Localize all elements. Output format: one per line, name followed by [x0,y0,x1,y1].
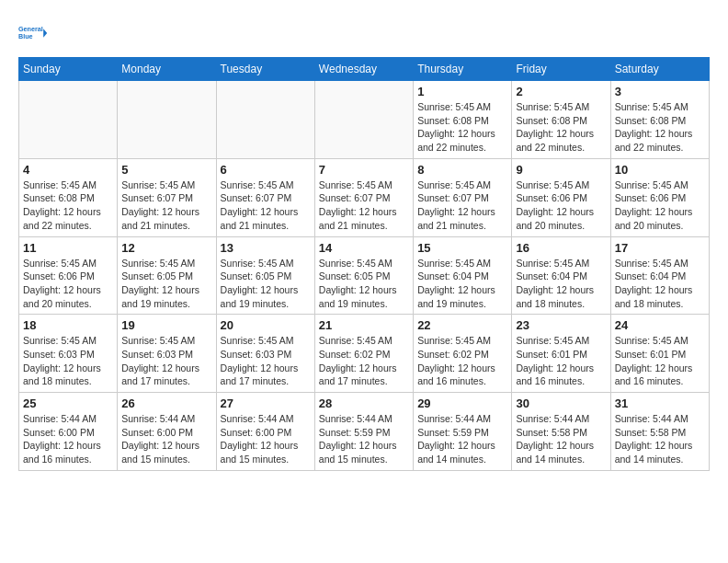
day-number: 27 [221,396,311,410]
day-info: Sunrise: 5:44 AMSunset: 5:59 PMDaylight:… [417,412,507,466]
calendar-day-cell: 14Sunrise: 5:45 AMSunset: 6:05 PMDayligh… [314,236,413,315]
day-info: Sunrise: 5:45 AMSunset: 6:03 PMDaylight:… [221,334,311,388]
calendar-day-cell: 9Sunrise: 5:45 AMSunset: 6:06 PMDaylight… [512,158,610,236]
day-info: Sunrise: 5:45 AMSunset: 6:05 PMDaylight:… [319,257,409,311]
calendar-day-cell: 11Sunrise: 5:45 AMSunset: 6:06 PMDayligh… [19,236,118,315]
day-number: 4 [23,163,113,177]
logo-icon: GeneralBlue [18,18,48,48]
calendar-day-cell: 1Sunrise: 5:45 AMSunset: 6:08 PMDaylight… [414,81,512,159]
day-info: Sunrise: 5:44 AMSunset: 5:59 PMDaylight:… [319,412,409,466]
calendar-day-cell: 10Sunrise: 5:45 AMSunset: 6:06 PMDayligh… [610,158,709,236]
calendar-day-cell: 17Sunrise: 5:45 AMSunset: 6:04 PMDayligh… [610,236,709,315]
day-info: Sunrise: 5:45 AMSunset: 6:06 PMDaylight:… [516,178,606,233]
day-info: Sunrise: 5:45 AMSunset: 6:07 PMDaylight:… [319,178,409,233]
calendar-day-cell: 29Sunrise: 5:44 AMSunset: 5:59 PMDayligh… [414,393,512,471]
calendar-week-row: 18Sunrise: 5:45 AMSunset: 6:03 PMDayligh… [19,315,710,393]
calendar-day-cell: 31Sunrise: 5:44 AMSunset: 5:58 PMDayligh… [610,393,709,471]
day-info: Sunrise: 5:44 AMSunset: 6:00 PMDaylight:… [221,412,311,466]
calendar-day-cell: 19Sunrise: 5:45 AMSunset: 6:03 PMDayligh… [118,315,216,393]
day-of-week-header: Tuesday [216,58,314,81]
day-number: 15 [417,241,507,255]
calendar-day-cell: 18Sunrise: 5:45 AMSunset: 6:03 PMDayligh… [19,315,118,393]
calendar-day-cell: 24Sunrise: 5:45 AMSunset: 6:01 PMDayligh… [610,315,709,393]
calendar-week-row: 11Sunrise: 5:45 AMSunset: 6:06 PMDayligh… [19,236,710,315]
day-of-week-header: Wednesday [314,58,413,81]
day-of-week-header: Sunday [19,58,118,81]
calendar-table: SundayMondayTuesdayWednesdayThursdayFrid… [18,57,710,471]
day-number: 23 [516,318,606,332]
calendar-day-cell: 25Sunrise: 5:44 AMSunset: 6:00 PMDayligh… [19,393,118,471]
calendar-day-cell: 2Sunrise: 5:45 AMSunset: 6:08 PMDaylight… [512,81,610,159]
day-info: Sunrise: 5:44 AMSunset: 6:00 PMDaylight:… [23,412,113,466]
day-info: Sunrise: 5:45 AMSunset: 6:03 PMDaylight:… [23,334,113,388]
calendar-day-cell: 28Sunrise: 5:44 AMSunset: 5:59 PMDayligh… [314,393,413,471]
day-number: 3 [615,85,705,98]
page-header: GeneralBlue [18,18,710,48]
day-number: 28 [319,396,409,410]
day-info: Sunrise: 5:44 AMSunset: 5:58 PMDaylight:… [615,412,705,466]
day-number: 16 [516,241,606,255]
day-number: 31 [615,396,705,410]
day-of-week-header: Thursday [414,58,512,81]
svg-text:Blue: Blue [18,32,33,40]
calendar-day-cell: 23Sunrise: 5:45 AMSunset: 6:01 PMDayligh… [512,315,610,393]
calendar-day-cell: 8Sunrise: 5:45 AMSunset: 6:07 PMDaylight… [414,158,512,236]
calendar-day-cell: 16Sunrise: 5:45 AMSunset: 6:04 PMDayligh… [512,236,610,315]
day-of-week-header: Saturday [610,58,709,81]
day-info: Sunrise: 5:45 AMSunset: 6:08 PMDaylight:… [417,100,507,155]
day-info: Sunrise: 5:45 AMSunset: 6:05 PMDaylight:… [121,257,211,311]
day-number: 18 [23,318,113,332]
calendar-day-cell: 3Sunrise: 5:45 AMSunset: 6:08 PMDaylight… [610,81,709,159]
calendar-day-cell: 15Sunrise: 5:45 AMSunset: 6:04 PMDayligh… [414,236,512,315]
day-number: 8 [417,163,507,177]
day-info: Sunrise: 5:45 AMSunset: 6:08 PMDaylight:… [516,100,606,155]
calendar-day-cell: 22Sunrise: 5:45 AMSunset: 6:02 PMDayligh… [414,315,512,393]
day-number: 14 [319,241,409,255]
day-number: 6 [221,163,311,177]
calendar-day-cell: 30Sunrise: 5:44 AMSunset: 5:58 PMDayligh… [512,393,610,471]
day-of-week-header: Friday [512,58,610,81]
calendar-day-cell: 4Sunrise: 5:45 AMSunset: 6:08 PMDaylight… [19,158,118,236]
calendar-header-row: SundayMondayTuesdayWednesdayThursdayFrid… [19,58,710,81]
calendar-day-cell: 6Sunrise: 5:45 AMSunset: 6:07 PMDaylight… [216,158,314,236]
day-info: Sunrise: 5:45 AMSunset: 6:08 PMDaylight:… [615,100,705,155]
calendar-day-cell [118,81,216,159]
day-info: Sunrise: 5:45 AMSunset: 6:06 PMDaylight:… [23,257,113,311]
day-number: 22 [417,318,507,332]
calendar-day-cell [216,81,314,159]
calendar-day-cell: 12Sunrise: 5:45 AMSunset: 6:05 PMDayligh… [118,236,216,315]
day-number: 13 [221,241,311,255]
calendar-week-row: 4Sunrise: 5:45 AMSunset: 6:08 PMDaylight… [19,158,710,236]
calendar-day-cell: 7Sunrise: 5:45 AMSunset: 6:07 PMDaylight… [314,158,413,236]
day-number: 10 [615,163,705,177]
day-number: 19 [121,318,211,332]
day-number: 9 [516,163,606,177]
calendar-day-cell: 20Sunrise: 5:45 AMSunset: 6:03 PMDayligh… [216,315,314,393]
day-info: Sunrise: 5:45 AMSunset: 6:02 PMDaylight:… [417,334,507,388]
calendar-day-cell: 21Sunrise: 5:45 AMSunset: 6:02 PMDayligh… [314,315,413,393]
day-number: 2 [516,85,606,98]
day-number: 26 [121,396,211,410]
day-info: Sunrise: 5:45 AMSunset: 6:04 PMDaylight:… [417,257,507,311]
calendar-week-row: 1Sunrise: 5:45 AMSunset: 6:08 PMDaylight… [19,81,710,159]
day-of-week-header: Monday [118,58,216,81]
calendar-week-row: 25Sunrise: 5:44 AMSunset: 6:00 PMDayligh… [19,393,710,471]
day-info: Sunrise: 5:45 AMSunset: 6:04 PMDaylight:… [516,257,606,311]
calendar-day-cell: 5Sunrise: 5:45 AMSunset: 6:07 PMDaylight… [118,158,216,236]
day-info: Sunrise: 5:45 AMSunset: 6:02 PMDaylight:… [319,334,409,388]
day-number: 12 [121,241,211,255]
day-info: Sunrise: 5:45 AMSunset: 6:07 PMDaylight:… [221,178,311,233]
logo: GeneralBlue [18,18,48,48]
calendar-day-cell: 27Sunrise: 5:44 AMSunset: 6:00 PMDayligh… [216,393,314,471]
calendar-day-cell: 13Sunrise: 5:45 AMSunset: 6:05 PMDayligh… [216,236,314,315]
day-info: Sunrise: 5:45 AMSunset: 6:06 PMDaylight:… [615,178,705,233]
day-info: Sunrise: 5:45 AMSunset: 6:01 PMDaylight:… [615,334,705,388]
day-info: Sunrise: 5:45 AMSunset: 6:07 PMDaylight:… [417,178,507,233]
svg-marker-2 [43,29,47,38]
calendar-day-cell [314,81,413,159]
day-info: Sunrise: 5:45 AMSunset: 6:01 PMDaylight:… [516,334,606,388]
day-info: Sunrise: 5:45 AMSunset: 6:05 PMDaylight:… [221,257,311,311]
day-number: 1 [417,85,507,98]
day-number: 20 [221,318,311,332]
day-number: 7 [319,163,409,177]
